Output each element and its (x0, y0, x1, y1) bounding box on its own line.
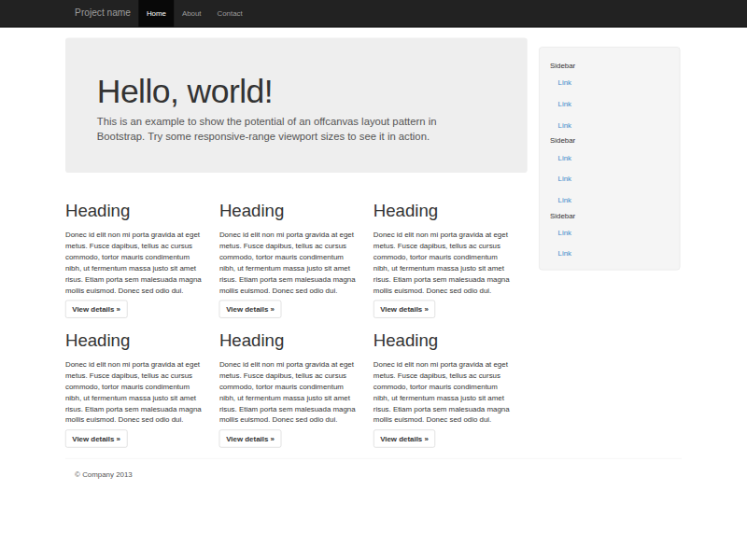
sidebar-group-heading: Sidebar (550, 135, 669, 146)
feature-card: Heading Donec id elit non mi porta gravi… (374, 318, 515, 448)
card-heading: Heading (219, 202, 361, 220)
card-body: Donec id elit non mi porta gravida at eg… (374, 359, 515, 426)
page-title: Hello, world! (97, 74, 496, 108)
card-heading: Heading (374, 330, 515, 349)
main-container: Hello, world! This is an example to show… (65, 38, 682, 480)
view-details-button[interactable]: View details » (374, 301, 435, 318)
jumbotron-description: This is an example to show the potential… (97, 114, 487, 144)
copyright-text: © Company 2013 (65, 469, 682, 480)
sidebar-group-3: Sidebar Link Link (550, 210, 669, 264)
content-column: Hello, world! This is an example to show… (65, 38, 528, 448)
card-body: Donec id elit non mi porta gravida at eg… (219, 230, 361, 296)
view-details-button[interactable]: View details » (219, 301, 281, 318)
feature-card: Heading Donec id elit non mi porta gravi… (374, 189, 515, 318)
sidebar: Sidebar Link Link Link Sidebar Link Link… (539, 47, 680, 270)
sidebar-link[interactable]: Link (550, 147, 669, 168)
sidebar-group-1: Sidebar Link Link Link (550, 61, 669, 135)
brand-link[interactable]: Project name (65, 0, 138, 27)
sidebar-link[interactable]: Link (550, 168, 669, 189)
scaled-page: Project name Home About Contact Hello, w… (0, 0, 747, 560)
footer-divider (65, 458, 682, 459)
nav-item-about[interactable]: About (174, 0, 209, 27)
card-body: Donec id elit non mi porta gravida at eg… (65, 230, 207, 296)
cards-row-2: Heading Donec id elit non mi porta gravi… (65, 318, 528, 448)
footer: © Company 2013 (65, 469, 682, 480)
nav-item-contact[interactable]: Contact (209, 0, 250, 27)
nav-item-home[interactable]: Home (138, 0, 174, 27)
card-body: Donec id elit non mi porta gravida at eg… (219, 359, 361, 426)
sidebar-group-heading: Sidebar (550, 210, 669, 220)
sidebar-link[interactable]: Link (550, 189, 669, 211)
card-heading: Heading (219, 330, 361, 349)
card-heading: Heading (374, 202, 515, 220)
cards-row-1: Heading Donec id elit non mi porta gravi… (65, 189, 528, 318)
feature-card: Heading Donec id elit non mi porta gravi… (219, 189, 361, 318)
view-details-button[interactable]: View details » (65, 429, 127, 447)
sidebar-link[interactable]: Link (550, 93, 669, 115)
card-heading: Heading (65, 202, 207, 220)
card-body: Donec id elit non mi porta gravida at eg… (374, 230, 515, 296)
card-body: Donec id elit non mi porta gravida at eg… (65, 359, 207, 426)
view-details-button[interactable]: View details » (374, 429, 435, 447)
card-heading: Heading (65, 330, 207, 349)
feature-card: Heading Donec id elit non mi porta gravi… (219, 318, 361, 448)
page: Project name Home About Contact Hello, w… (0, 0, 747, 560)
navbar-container: Project name Home About Contact (65, 0, 682, 27)
sidebar-group-2: Sidebar Link Link Link (550, 135, 669, 210)
view-details-button[interactable]: View details » (219, 429, 281, 447)
sidebar-link[interactable]: Link (550, 222, 669, 244)
sidebar-link[interactable]: Link (550, 72, 669, 93)
view-details-button[interactable]: View details » (65, 301, 127, 318)
feature-card: Heading Donec id elit non mi porta gravi… (65, 189, 207, 318)
sidebar-group-heading: Sidebar (550, 61, 669, 71)
jumbotron: Hello, world! This is an example to show… (65, 38, 528, 174)
sidebar-link[interactable]: Link (550, 114, 669, 135)
sidebar-link[interactable]: Link (550, 243, 669, 264)
feature-card: Heading Donec id elit non mi porta gravi… (65, 318, 207, 448)
navbar: Project name Home About Contact (0, 0, 747, 27)
